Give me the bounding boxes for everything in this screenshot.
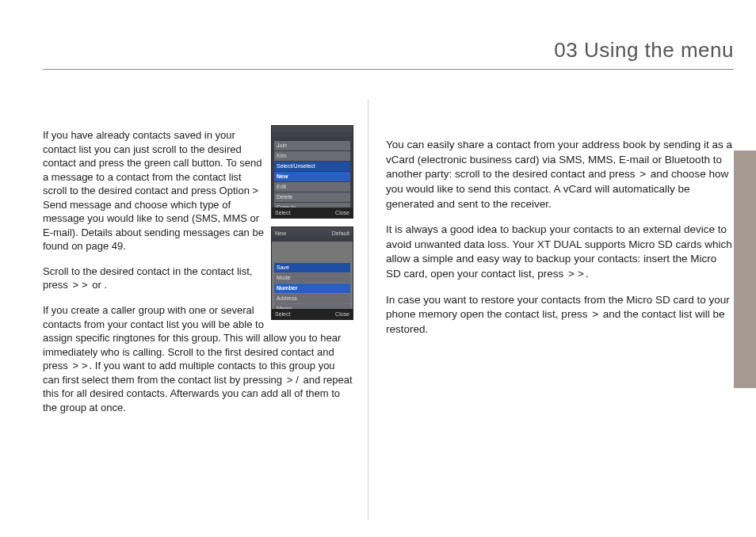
menu-header: Select/Unselect xyxy=(274,162,350,171)
text: It is always a good idea to backup your … xyxy=(386,223,732,280)
separator: > xyxy=(285,373,295,387)
text: . xyxy=(586,268,589,280)
text: . xyxy=(104,279,107,291)
separator: > xyxy=(80,359,90,373)
new-label: New xyxy=(275,230,286,242)
softkey-right: Close xyxy=(335,208,349,218)
menu-item: Delete xyxy=(274,192,350,202)
page-header: 03 Using the menu xyxy=(43,38,734,70)
softkey-right: Close xyxy=(335,309,349,319)
text: or xyxy=(90,279,105,291)
paragraph-vcard: You can easily share a contact from your… xyxy=(386,138,734,211)
paragraph-restore: In case you want to restore your contact… xyxy=(386,293,734,337)
separator: > xyxy=(71,278,80,292)
page-title: 03 Using the menu xyxy=(554,38,734,62)
menu-item: Address xyxy=(274,294,350,303)
menu-item: New xyxy=(274,172,350,181)
phone-screenshot-contacts-menu: Join Kim Select/Unselect New Edit Delete… xyxy=(271,125,353,219)
separator: > xyxy=(638,167,647,182)
contact-row: Kim xyxy=(274,151,350,161)
menu-item: Edit xyxy=(274,182,350,192)
softkey-left: Select xyxy=(275,208,290,218)
phone-screenshots: Join Kim Select/Unselect New Edit Delete… xyxy=(271,125,353,328)
menu-item: Number xyxy=(274,284,350,293)
default-label: Default xyxy=(332,230,349,242)
phone-screenshot-new-contact: New Default Save Mode Number Address Mem… xyxy=(271,227,353,320)
contact-row: Join xyxy=(274,141,350,150)
separator: > xyxy=(71,359,80,373)
separator: > xyxy=(567,267,576,282)
right-column: You can easily share a contact from your… xyxy=(368,90,734,513)
separator: > xyxy=(576,267,586,282)
separator: > xyxy=(590,307,600,322)
left-column: Join Kim Select/Unselect New Edit Delete… xyxy=(43,90,368,513)
separator: / xyxy=(294,373,300,387)
menu-header: Save xyxy=(274,263,350,272)
content-area: Join Kim Select/Unselect New Edit Delete… xyxy=(43,90,734,513)
menu-item: Mode xyxy=(274,273,350,283)
softkey-left: Select xyxy=(275,309,290,319)
separator: > xyxy=(80,278,90,292)
side-index-tab xyxy=(734,150,756,388)
paragraph-backup: It is always a good idea to backup your … xyxy=(386,223,734,282)
